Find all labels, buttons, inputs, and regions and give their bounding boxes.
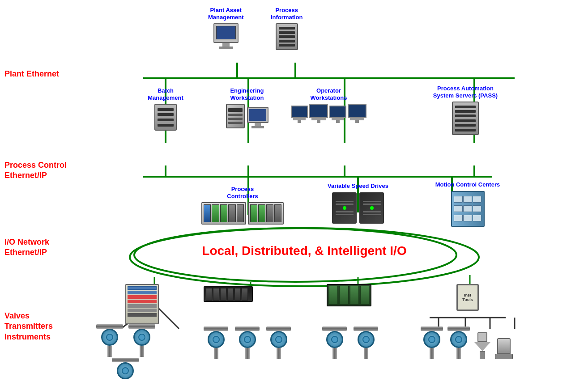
vsd-icons — [332, 192, 384, 224]
motion-control-centers: Motion Control Centers — [430, 181, 506, 227]
flowmeter-4 — [235, 327, 260, 359]
hmi-panel: Inst Tools — [456, 284, 479, 311]
flowmeter-5 — [266, 327, 291, 359]
batch-management: BatchManagement — [145, 87, 186, 131]
plc-icon — [201, 202, 246, 225]
field-instruments-right-center — [322, 327, 378, 359]
drive-1 — [332, 192, 357, 224]
plant-ethernet-label: Plant Ethernet — [4, 69, 59, 79]
local-io-icon — [125, 284, 159, 324]
eng-ws-tower-icon — [226, 104, 245, 128]
proc-ctrl-label: ProcessControllers — [218, 186, 267, 199]
valves-label: ValvesTransmittersInstruments — [4, 311, 53, 342]
local-distributed-label: Local, Distributed, & Intelligent I/O — [179, 244, 430, 258]
flowmeter-9 — [447, 327, 470, 359]
valve-1 — [474, 332, 490, 359]
variable-speed-drives: Variable Speed Drives — [327, 182, 389, 224]
engineering-workstation: EngineeringWorkstation — [225, 87, 269, 128]
distributed-io — [327, 284, 371, 306]
io-network-label: I/O NetworkEthernet/IP — [4, 237, 49, 258]
pass-servers: Process AutomationSystem Servers (PASS) — [430, 85, 501, 135]
op-monitor-4 — [348, 104, 366, 123]
process-controllers: ProcessControllers — [201, 186, 284, 225]
plant-asset-mgmt: Plant AssetManagement — [208, 7, 243, 49]
flowmeter-8 — [421, 327, 443, 359]
dist-io-icon — [327, 284, 371, 306]
process-info-label: ProcessInformation — [271, 7, 303, 21]
center-io-chassis — [204, 286, 253, 302]
batch-mgmt-label: BatchManagement — [145, 87, 186, 101]
mcc-icon — [451, 191, 485, 227]
center-io-icon — [204, 286, 253, 302]
diagram-container: Plant Ethernet Process ControlEthernet/I… — [0, 0, 588, 386]
vsd-label: Variable Speed Drives — [327, 182, 389, 190]
flowmeter-bottom-left — [112, 358, 139, 379]
process-info-icon — [276, 23, 298, 50]
mcc-label: Motion Control Centers — [430, 181, 506, 188]
plc-icon-2 — [248, 202, 284, 225]
op-monitor-1 — [291, 106, 308, 123]
regulator-1 — [495, 338, 513, 359]
batch-mgmt-icon — [154, 104, 177, 131]
field-instruments-far-right — [421, 327, 513, 359]
flowmeter-7 — [354, 327, 378, 359]
op-monitor-3 — [329, 106, 346, 123]
flowmeter-1 — [96, 324, 123, 357]
flowmeter-6 — [322, 327, 347, 359]
flowmeter-2 — [128, 324, 155, 357]
op-monitor-2 — [309, 104, 328, 123]
plant-asset-mgmt-label: Plant AssetManagement — [208, 7, 243, 21]
svg-line-23 — [159, 309, 179, 329]
process-information: ProcessInformation — [271, 7, 303, 50]
local-io — [125, 284, 159, 324]
operator-workstations: Operator Workstations — [291, 87, 366, 123]
hmi-icon: Inst Tools — [456, 284, 479, 311]
process-control-label: Process ControlEthernet/IP — [4, 160, 67, 181]
drive-2 — [359, 192, 384, 224]
pass-label: Process AutomationSystem Servers (PASS) — [430, 85, 501, 99]
op-ws-label: Operator Workstations — [298, 87, 360, 101]
pass-icon — [452, 102, 479, 135]
field-instruments-left — [96, 324, 155, 357]
flowmeter-3 — [204, 327, 228, 359]
eng-ws-label: EngineeringWorkstation — [225, 87, 269, 101]
field-instruments-center — [204, 327, 291, 359]
